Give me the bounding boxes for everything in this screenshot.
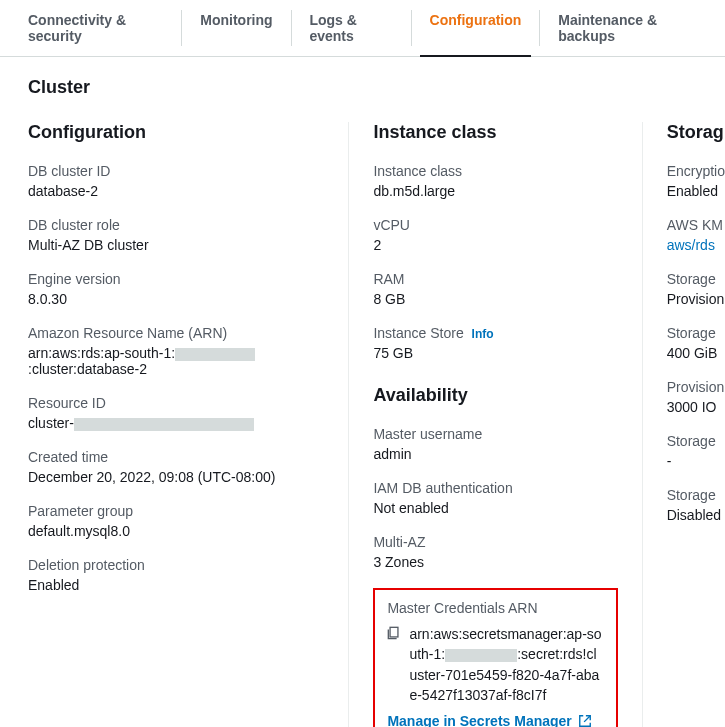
field-label: AWS KM [667,217,725,233]
external-link-icon [578,714,592,727]
field-value: - [667,453,725,469]
tab-maintenance-backups[interactable]: Maintenance & backups [540,0,715,56]
field-storage-type: Storage Provision [667,271,725,307]
field-value: 3000 IO [667,399,725,415]
field-vcpu: vCPU 2 [373,217,617,253]
field-value: Enabled [667,183,725,199]
field-resource-id: Resource ID cluster- [28,395,324,431]
field-multi-az: Multi-AZ 3 Zones [373,534,617,570]
column-instance-availability: Instance class Instance class db.m5d.lar… [349,122,642,727]
tab-monitoring[interactable]: Monitoring [182,0,290,56]
field-created-time: Created time December 20, 2022, 09:08 (U… [28,449,324,485]
field-value: database-2 [28,183,324,199]
field-storage-a: Storage - [667,433,725,469]
field-value: default.mysql8.0 [28,523,324,539]
field-value: 75 GB [373,345,617,361]
field-aws-kms: AWS KM aws/rds [667,217,725,253]
instance-store-label: Instance Store [373,325,463,341]
arn-suffix: :cluster:database-2 [28,361,147,377]
field-value: admin [373,446,617,462]
section-title-storage: Storag [667,122,725,143]
field-arn: Amazon Resource Name (ARN) arn:aws:rds:a… [28,325,324,377]
field-label: Amazon Resource Name (ARN) [28,325,324,341]
field-engine-version: Engine version 8.0.30 [28,271,324,307]
redacted-account [445,649,517,662]
page-title: Cluster [20,77,725,98]
field-storage-size: Storage 400 GiB [667,325,725,361]
resource-id-prefix: cluster- [28,415,74,431]
field-label: Storage [667,487,725,503]
redacted-resource-id [74,418,254,431]
field-value: arn:aws:rds:ap-south-1::cluster:database… [28,345,324,377]
master-credentials-highlight: Master Credentials ARN arn:aws:secretsma… [373,588,617,727]
field-iam-db-auth: IAM DB authentication Not enabled [373,480,617,516]
field-label: Instance Store Info [373,325,617,341]
field-value: 8.0.30 [28,291,324,307]
field-value: Multi-AZ DB cluster [28,237,324,253]
manage-link-text: Manage in Secrets Manager [387,713,571,727]
tab-logs-events[interactable]: Logs & events [291,0,410,56]
field-label: RAM [373,271,617,287]
field-label: Multi-AZ [373,534,617,550]
field-value: 8 GB [373,291,617,307]
field-label: Storage [667,325,725,341]
field-provisioned-iops: Provision 3000 IO [667,379,725,415]
field-label: DB cluster ID [28,163,324,179]
field-instance-class: Instance class db.m5d.large [373,163,617,199]
field-db-cluster-id: DB cluster ID database-2 [28,163,324,199]
field-label: Storage [667,271,725,287]
field-ram: RAM 8 GB [373,271,617,307]
field-value: December 20, 2022, 09:08 (UTC-08:00) [28,469,324,485]
field-label: Provision [667,379,725,395]
field-label: Resource ID [28,395,324,411]
tab-configuration[interactable]: Configuration [412,0,540,56]
field-master-username: Master username admin [373,426,617,462]
field-label: Deletion protection [28,557,324,573]
field-value: 3 Zones [373,554,617,570]
field-db-cluster-role: DB cluster role Multi-AZ DB cluster [28,217,324,253]
redacted-account [175,348,255,361]
tabs-bar: Connectivity & security Monitoring Logs … [0,0,725,57]
arn-prefix: arn:aws:rds:ap-south-1: [28,345,175,361]
column-storage: Storag Encryptio Enabled AWS KM aws/rds … [643,122,725,727]
field-encryption: Encryptio Enabled [667,163,725,199]
field-value: 2 [373,237,617,253]
field-value: Disabled [667,507,725,523]
field-label: vCPU [373,217,617,233]
field-storage-b: Storage Disabled [667,487,725,523]
field-value: cluster- [28,415,324,431]
field-value: db.m5d.large [373,183,617,199]
field-label: DB cluster role [28,217,324,233]
svg-rect-0 [390,627,398,637]
field-label: Master Credentials ARN [387,600,603,616]
field-label: Encryptio [667,163,725,179]
section-title-instance-class: Instance class [373,122,617,143]
field-label: Storage [667,433,725,449]
field-value: 400 GiB [667,345,725,361]
field-value: Enabled [28,577,324,593]
field-label: Instance class [373,163,617,179]
column-configuration: Configuration DB cluster ID database-2 D… [20,122,349,727]
field-value: Not enabled [373,500,617,516]
section-title-configuration: Configuration [28,122,324,143]
field-label: Parameter group [28,503,324,519]
field-parameter-group: Parameter group default.mysql8.0 [28,503,324,539]
field-instance-store: Instance Store Info 75 GB [373,325,617,361]
tab-connectivity-security[interactable]: Connectivity & security [10,0,181,56]
field-label: Engine version [28,271,324,287]
field-value: Provision [667,291,725,307]
info-link[interactable]: Info [472,327,494,341]
kms-key-link[interactable]: aws/rds [667,237,725,253]
master-credentials-arn-value: arn:aws:secretsmanager:ap-south-1::secre… [409,624,603,705]
field-deletion-protection: Deletion protection Enabled [28,557,324,593]
manage-in-secrets-manager-link[interactable]: Manage in Secrets Manager [387,713,591,727]
copy-icon[interactable] [387,626,401,640]
field-label: IAM DB authentication [373,480,617,496]
section-title-availability: Availability [373,385,617,406]
field-label: Created time [28,449,324,465]
field-label: Master username [373,426,617,442]
